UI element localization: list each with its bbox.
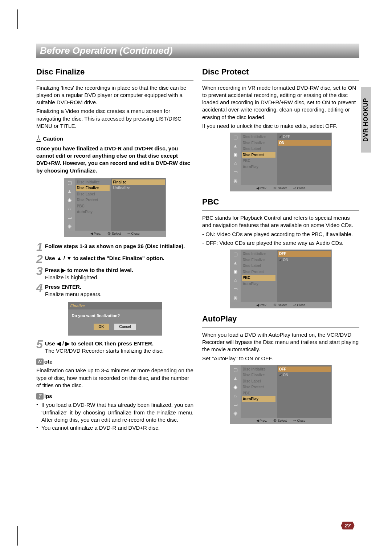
osd-item: Disc Initialize — [243, 251, 275, 256]
osd-items: Disc Initialize Disc Finalize Disc Label… — [241, 133, 277, 185]
osd-option: ON — [279, 258, 329, 263]
osd-body: ▢ ▲ ◉ ⌂ ▭ ◉ Disc Initialize Disc Finaliz… — [65, 178, 166, 231]
osd-items: Disc Initialize Disc Finalize Disc Label… — [75, 178, 111, 231]
step-5: 5 Use ◀ / ▶ to select OK then press ENTE… — [36, 339, 193, 355]
osd-item-selected: Disc Protect — [242, 152, 275, 158]
tips-label: T ips — [36, 393, 193, 400]
osd-option: OFF — [279, 134, 329, 139]
osd-list: Disc Initialize Disc Finalize Disc Label… — [75, 178, 166, 231]
osd-icon: ▭ — [233, 402, 238, 408]
step-text: Use ◀ / ▶ to select OK then press ENTER. — [45, 340, 154, 347]
osd-select: ⦿ Select — [273, 186, 287, 190]
osd-options: Finalize Unfinalize — [111, 178, 166, 231]
note-text: Finalization can take up to 3-4 minutes … — [36, 367, 193, 389]
step-number: 1 — [36, 242, 45, 252]
step-3: 3 Press ▶ to move to the third level.Fin… — [36, 266, 193, 281]
osd-icon: ▲ — [67, 189, 73, 194]
osd-close: ↩ Close — [293, 418, 306, 423]
paragraph: When you load a DVD with AutoPlay turned… — [202, 331, 359, 353]
osd-select: ⦿ Select — [107, 231, 121, 236]
osd-item: Disc Protect — [77, 198, 109, 203]
osd-icon: ◉ — [233, 410, 238, 416]
osd-icon: ▢ — [67, 180, 73, 186]
osd-menu-protect: ▢ ▲ ◉ ⌂ ▭ ◉ Disc Initialize Disc Finaliz… — [230, 133, 332, 191]
osd-item: Disc Initialize — [77, 180, 109, 185]
caution-row: Caution — [36, 135, 193, 143]
osd-icon-col: ▢ ▲ ◉ ⌂ ▭ ◉ — [230, 133, 241, 185]
osd-menu-autoplay: ▢ ▲ ◉ ⌂ ▭ ◉ Disc Initialize Disc Finaliz… — [230, 365, 332, 424]
osd-items: Disc Initialize Disc Finalize Disc Label… — [241, 250, 277, 302]
osd-icon: ▢ — [233, 367, 238, 373]
osd-item: AutoPlay — [243, 165, 275, 170]
osd-list: Disc Initialize Disc Finalize Disc Label… — [241, 250, 331, 302]
section-title-autoplay: AutoPlay — [202, 313, 359, 324]
osd-prev: ◀ Prev. — [256, 418, 267, 423]
note-label: N ote — [36, 358, 193, 365]
header-title: Before Operation (Continued) — [40, 45, 172, 56]
osd-icon-col: ▢ ▲ ◉ ⌂ ▭ ◉ — [230, 365, 241, 418]
osd-item: Disc Label — [243, 146, 275, 151]
osd-icon: ⌂ — [67, 206, 73, 212]
paragraph: Set "AutoPlay" to ON or OFF. — [202, 355, 359, 362]
osd-item: Disc Initialize — [243, 134, 275, 139]
dialog-finalize: Finalize Do you want finalization? OK Ca… — [68, 302, 162, 336]
header-bar: Before Operation (Continued) — [36, 44, 359, 58]
step-sub: Finalize is highlighted. — [45, 274, 99, 280]
section-title-disc-protect: Disc Protect — [202, 66, 359, 77]
osd-item: Disc Protect — [243, 270, 275, 275]
osd-option-highlight: ON — [278, 140, 331, 146]
osd-item: Disc Label — [77, 192, 109, 197]
opt-label: OFF — [283, 135, 290, 139]
osd-item-selected: PBC — [242, 275, 275, 281]
osd-item: PBC — [77, 204, 109, 209]
step-number: 3 — [36, 266, 45, 276]
osd-item: Disc Initialize — [243, 367, 275, 372]
osd-icon-col: ▢ ▲ ◉ ⌂ ▭ ◉ — [65, 178, 75, 231]
step-text: Press ENTER. — [45, 284, 81, 290]
osd-select: ⦿ Select — [273, 418, 287, 423]
osd-item: Disc Label — [243, 263, 275, 268]
osd-footer: ◀ Prev. ⦿ Select ↩ Close — [230, 418, 331, 424]
section-title-pbc: PBC — [202, 197, 359, 207]
step-number: 2 — [36, 254, 45, 264]
paragraph: Finalizing 'fixes' the recordings in pla… — [36, 84, 193, 106]
step-body: Press ▶ to move to the third level.Final… — [45, 266, 193, 281]
osd-options: OFF ON — [277, 250, 331, 302]
osd-item: Disc Finalize — [243, 141, 275, 146]
osd-icon: ◉ — [67, 197, 73, 203]
step-4: 4 Press ENTER.Finalize menu appears. — [36, 283, 193, 298]
caution-label: Caution — [43, 135, 63, 142]
osd-icon: ⌂ — [233, 161, 238, 166]
dialog-ok-button: OK — [94, 324, 109, 330]
dialog-body: Do you want finalization? OK Cancel — [68, 309, 162, 335]
paragraph: If you need to unlock the disc to make e… — [202, 122, 359, 130]
step-text: Use ▲ / ▼ to select the "Disc Finalize" … — [45, 255, 164, 261]
step-body: Press ENTER.Finalize menu appears. — [45, 283, 193, 298]
osd-prev: ◀ Prev. — [90, 231, 101, 236]
note-suffix: ote — [44, 358, 53, 365]
tip-item: You cannot unfinalize a DVD-R and DVD+R … — [36, 424, 193, 432]
dialog-title: Finalize — [68, 302, 162, 310]
tip-item: If you load a DVD-RW that has already be… — [36, 401, 193, 424]
divider — [202, 80, 359, 81]
osd-footer: ◀ Prev. ⦿ Select ↩ Close — [230, 302, 331, 308]
section-title-disc-finalize: Disc Finalize — [36, 66, 193, 77]
osd-footer: ◀ Prev. ⦿ Select ↩ Close — [230, 185, 331, 191]
osd-list: Disc Initialize Disc Finalize Disc Label… — [241, 133, 331, 185]
osd-icon: ▢ — [233, 134, 238, 140]
osd-select: ⦿ Select — [273, 303, 287, 307]
step-number: 4 — [36, 283, 45, 293]
osd-icon-col: ▢ ▲ ◉ ⌂ ▭ ◉ — [230, 250, 241, 302]
osd-icon: ◉ — [233, 152, 238, 158]
osd-footer: ◀ Prev. ⦿ Select ↩ Close — [65, 231, 166, 236]
osd-prev: ◀ Prev. — [256, 303, 267, 307]
osd-option-highlight: OFF — [278, 251, 331, 257]
osd-icon: ▲ — [233, 376, 238, 381]
osd-item: Disc Finalize — [243, 258, 275, 263]
osd-icon: ▲ — [233, 143, 238, 149]
osd-body: ▢ ▲ ◉ ⌂ ▭ ◉ Disc Initialize Disc Finaliz… — [230, 133, 331, 185]
osd-item: PBC — [243, 158, 275, 163]
osd-close: ↩ Close — [293, 303, 306, 307]
osd-close: ↩ Close — [127, 231, 140, 236]
note-icon: N — [36, 358, 44, 365]
